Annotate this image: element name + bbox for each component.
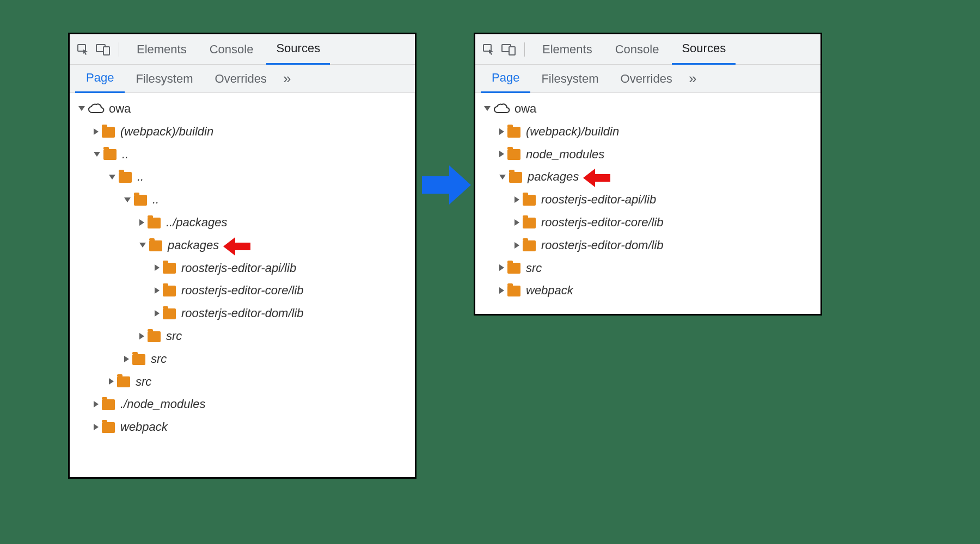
device-toggle-icon[interactable] [95, 41, 111, 58]
svg-rect-5 [509, 47, 515, 55]
disclosure-right-icon[interactable] [94, 424, 99, 430]
folder-icon [507, 127, 520, 138]
disclosure-right-icon[interactable] [514, 196, 519, 203]
tree-item[interactable]: src [475, 257, 820, 280]
disclosure-down-icon[interactable] [78, 106, 85, 111]
tab-console[interactable]: Console [200, 34, 264, 65]
tree-item[interactable]: roosterjs-editor-api/lib [475, 188, 820, 211]
tree-item-label: webpack [526, 279, 573, 302]
tree-item-label: .. [122, 143, 128, 166]
tree-item-label: packages [528, 165, 579, 188]
separator [119, 42, 119, 57]
folder-icon [134, 195, 147, 206]
subtab-page[interactable]: Page [481, 65, 530, 93]
subtab-filesystem[interactable]: Filesystem [125, 65, 204, 93]
folder-icon [523, 218, 536, 228]
tree-item[interactable]: roosterjs-editor-api/lib [70, 257, 415, 280]
disclosure-right-icon[interactable] [155, 310, 160, 317]
disclosure-right-icon[interactable] [155, 264, 160, 271]
tree-item[interactable]: .. [70, 188, 415, 211]
tree-root[interactable]: owa [70, 97, 415, 120]
tree-item[interactable]: packages [70, 234, 415, 257]
folder-icon [117, 376, 130, 387]
highlight-arrow-icon [583, 169, 610, 185]
tab-elements[interactable]: Elements [532, 34, 602, 65]
tree-item[interactable]: roosterjs-editor-core/lib [475, 211, 820, 234]
folder-icon [119, 172, 132, 183]
tab-elements[interactable]: Elements [127, 34, 197, 65]
tree-item-label: (webpack)/buildin [120, 120, 213, 143]
tree-item[interactable]: ../packages [70, 211, 415, 234]
tree-root[interactable]: owa [475, 97, 820, 120]
devtools-panel-before: Elements Console Sources Page Filesystem… [68, 33, 416, 479]
tree-item[interactable]: src [70, 348, 415, 370]
tree-item[interactable]: packages [475, 165, 820, 188]
disclosure-down-icon[interactable] [124, 197, 131, 202]
tree-item-label: packages [168, 234, 219, 257]
disclosure-right-icon[interactable] [94, 128, 99, 135]
tree-item[interactable]: src [70, 325, 415, 348]
disclosure-right-icon[interactable] [514, 219, 519, 226]
disclosure-right-icon[interactable] [499, 287, 504, 294]
disclosure-right-icon[interactable] [139, 219, 144, 226]
disclosure-down-icon[interactable] [94, 152, 100, 157]
disclosure-down-icon[interactable] [499, 175, 506, 180]
disclosure-right-icon[interactable] [155, 287, 160, 294]
tree-item-label: roosterjs-editor-dom/lib [181, 302, 304, 325]
tree-item[interactable]: roosterjs-editor-dom/lib [475, 234, 820, 257]
disclosure-down-icon[interactable] [139, 243, 146, 248]
disclosure-right-icon[interactable] [139, 333, 144, 339]
tree-item[interactable]: .. [70, 165, 415, 188]
folder-icon [523, 195, 536, 206]
tree-item-label: node_modules [526, 143, 604, 166]
inspect-icon[interactable] [75, 41, 91, 58]
disclosure-right-icon[interactable] [499, 128, 504, 135]
tree-item[interactable]: node_modules [475, 143, 820, 166]
tree-item[interactable]: webpack [70, 416, 415, 438]
folder-icon [507, 149, 520, 160]
tree-item[interactable]: ./node_modules [70, 393, 415, 416]
tree-root-label: owa [514, 97, 536, 120]
disclosure-right-icon[interactable] [94, 401, 99, 407]
devtools-panel-after: Elements Console Sources Page Filesystem… [474, 33, 822, 316]
device-toggle-icon[interactable] [500, 41, 517, 58]
disclosure-down-icon[interactable] [109, 175, 115, 180]
tree-item[interactable]: roosterjs-editor-core/lib [70, 279, 415, 302]
disclosure-right-icon[interactable] [514, 242, 519, 249]
transition-arrow-icon [422, 163, 471, 207]
more-tabs-icon[interactable]: » [278, 70, 296, 87]
inspect-icon[interactable] [481, 41, 497, 58]
tab-sources[interactable]: Sources [266, 34, 330, 65]
folder-icon [102, 127, 115, 138]
disclosure-right-icon[interactable] [109, 378, 114, 385]
tree-item[interactable]: src [70, 370, 415, 393]
disclosure-down-icon[interactable] [484, 106, 491, 111]
disclosure-right-icon[interactable] [124, 356, 129, 362]
folder-icon [507, 286, 520, 296]
tree-item[interactable]: (webpack)/buildin [475, 120, 820, 143]
tab-sources[interactable]: Sources [672, 34, 736, 65]
folder-icon [149, 240, 162, 251]
tree-item[interactable]: .. [70, 143, 415, 166]
tree-item-label: .. [152, 188, 159, 211]
folder-icon [148, 218, 161, 228]
tab-console[interactable]: Console [605, 34, 669, 65]
cloud-icon [88, 103, 105, 114]
folder-icon [163, 263, 176, 274]
sources-subtabs: Page Filesystem Overrides » [70, 65, 415, 93]
tree-item-label: roosterjs-editor-dom/lib [541, 234, 664, 257]
subtab-overrides[interactable]: Overrides [204, 65, 278, 93]
disclosure-right-icon[interactable] [499, 264, 504, 271]
more-tabs-icon[interactable]: » [683, 70, 702, 87]
tree-item[interactable]: (webpack)/buildin [70, 120, 415, 143]
subtab-filesystem[interactable]: Filesystem [530, 65, 609, 93]
subtab-page[interactable]: Page [75, 65, 125, 93]
tree-item[interactable]: webpack [475, 279, 820, 302]
tree-root-label: owa [109, 97, 131, 120]
folder-icon [102, 399, 115, 410]
subtab-overrides[interactable]: Overrides [610, 65, 683, 93]
disclosure-right-icon[interactable] [499, 151, 504, 157]
tree-item[interactable]: roosterjs-editor-dom/lib [70, 302, 415, 325]
tree-item-label: src [151, 348, 167, 370]
tree-item-label: roosterjs-editor-core/lib [541, 211, 664, 234]
